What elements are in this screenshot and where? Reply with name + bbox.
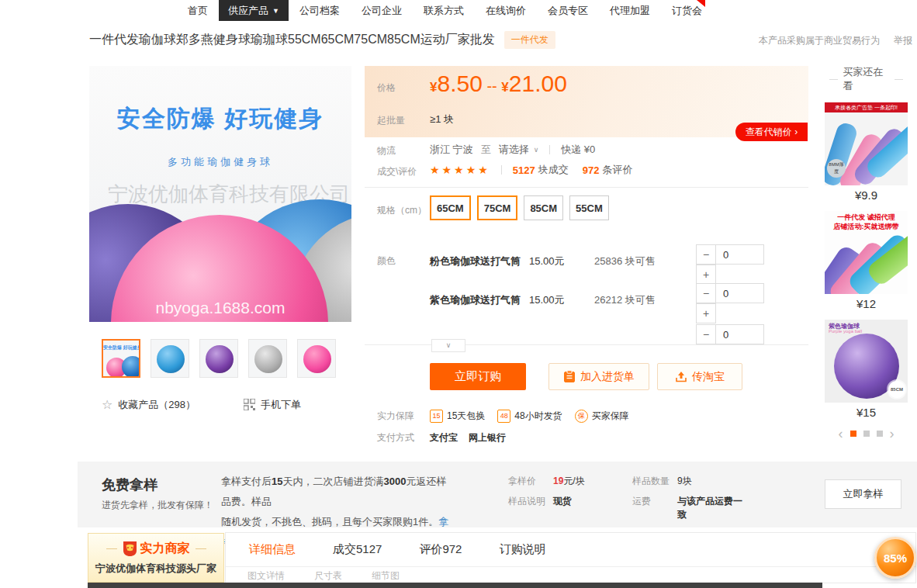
sidebar-item-ball[interactable]: 紫色瑜伽球 Purple yoga ball 85CM ¥15 — [825, 320, 908, 419]
action-buttons: 立即订购 加入进货单 传淘宝 — [430, 363, 742, 390]
mat2-promo-line2: 店铺活动:买就送绑带 — [825, 222, 908, 231]
nav-item-inquiry[interactable]: 在线询价 — [475, 0, 537, 21]
sku-row-pink: 粉色瑜伽球送打气筒 15.00元 25836 块可售 − + — [430, 239, 808, 281]
sample-price-unit: 元/块 — [563, 476, 584, 486]
destination-select[interactable]: 请选择 — [499, 143, 529, 157]
tab-order-notes[interactable]: 订购说明 — [499, 542, 545, 557]
repeat-rate-badge[interactable]: 85% — [874, 537, 916, 579]
order-now-button[interactable]: 立即订购 — [430, 363, 526, 390]
nav-item-products-label: 供应产品 — [228, 4, 268, 18]
chevron-down-icon[interactable]: ∨ — [534, 146, 539, 154]
tab-deals[interactable]: 成交5127 — [333, 542, 382, 557]
payment-bank: 网上银行 — [469, 431, 506, 444]
send-to-taobao-button[interactable]: 传淘宝 — [657, 363, 742, 390]
top-nav: 首页 供应产品 ▼ 公司档案 公司企业 联系方式 在线询价 会员专区 代理加盟 … — [177, 0, 713, 21]
page-dot-1[interactable] — [850, 431, 856, 437]
get-sample-button[interactable]: 立即拿样 — [825, 479, 901, 509]
quantity-input[interactable] — [716, 244, 764, 265]
nav-item-company-enterprise[interactable]: 公司企业 — [351, 0, 413, 21]
subtab-graphic-detail[interactable]: 图文详情 — [247, 569, 285, 583]
favorite-label: 收藏产品（298） — [118, 398, 196, 412]
desc-days: 15 — [272, 476, 282, 487]
blue-ball-thumb — [157, 345, 185, 373]
sample-qty-label: 样品数量 — [632, 475, 677, 488]
spec-label: 规格（cm） — [377, 204, 427, 217]
nav-item-products[interactable]: 供应产品 ▼ — [219, 0, 289, 21]
tab-reviews[interactable]: 评价972 — [419, 542, 462, 557]
detail-image-edge — [88, 583, 822, 588]
minus-button[interactable]: − — [696, 324, 716, 344]
assurance-label: 实力保障 — [377, 410, 430, 423]
payment-row: 支付方式 支付宝 网上银行 — [365, 431, 517, 444]
spec-option-65cm[interactable]: 65CM — [430, 195, 471, 220]
nav-item-member-zone[interactable]: 会员专区 — [537, 0, 599, 21]
price-high: 21.00 — [509, 71, 567, 96]
ball-image: 紫色瑜伽球 Purple yoga ball 85CM — [825, 320, 908, 403]
upload-icon — [675, 371, 687, 383]
thumbnail-pink[interactable] — [297, 339, 336, 378]
image-headline: 安全防爆 好玩健身 — [89, 103, 351, 135]
thumb-blue-ball — [122, 356, 140, 378]
thumbnail-main[interactable]: 安全防爆 好玩健身 — [102, 339, 140, 378]
desc-text: 天内，二次店铺进货满 — [282, 476, 383, 487]
sample-ship-label: 运费 — [632, 495, 677, 521]
minus-button[interactable]: − — [696, 283, 716, 303]
reviews-count[interactable]: 972 — [583, 164, 600, 176]
favorite-button[interactable]: ☆ 收藏产品（298） — [102, 397, 196, 412]
seller-name: 宁波优伽体育科技源头厂家 — [88, 562, 223, 576]
nav-item-contact[interactable]: 联系方式 — [413, 0, 475, 21]
sidebar-item-mat1[interactable]: 承接各类广告垫 一条起印! 8MM厚度 ¥9.9 — [825, 102, 908, 202]
assurance-15d[interactable]: 15 15天包换 — [430, 410, 485, 423]
thumbnail-headline: 安全防爆 好玩健身 — [103, 344, 139, 351]
desc-text: 随机发货，不挑色、挑码，且每个买家限购1件。 — [221, 516, 438, 527]
assurance-48h[interactable]: 48 48小时发货 — [497, 410, 562, 423]
thumbnail-silver[interactable] — [248, 339, 287, 378]
mat1-banner: 承接各类广告垫 一条起印! — [825, 102, 908, 112]
mobile-order-button[interactable]: 手机下单 — [244, 398, 301, 412]
assurance-buyer-label: 买家保障 — [592, 410, 629, 423]
quantity-input[interactable] — [716, 324, 764, 344]
sidebar-item-mat2[interactable]: 一件代发 诚招代理 店铺活动:买就送绑带 ¥12 — [825, 211, 908, 310]
consign-price-button[interactable]: 查看代销价 › — [735, 123, 808, 141]
tab-detail-info[interactable]: 详细信息 — [249, 542, 296, 557]
deals-count[interactable]: 5127 — [513, 164, 535, 176]
thumbnail-blue[interactable] — [151, 339, 189, 378]
moq-label: 起批量 — [377, 114, 405, 127]
subtab-size-chart[interactable]: 尺寸表 — [314, 569, 342, 583]
mobile-order-label: 手机下单 — [261, 398, 301, 412]
page-dot-3[interactable] — [877, 431, 883, 437]
subtab-detail-photos[interactable]: 细节图 — [372, 569, 400, 583]
seller-card[interactable]: 实力商家 宁波优伽体育科技源头厂家 — [88, 533, 224, 583]
ball-size-badge: 85CM — [888, 381, 905, 398]
main-product-image[interactable]: 安全防爆 好玩健身 多功能瑜伽健身球 宁波优伽体育科技有限公司 nbyoga.1… — [89, 66, 351, 322]
mat1-price: ¥9.9 — [825, 189, 908, 202]
nav-item-agent-join[interactable]: 代理加盟 — [599, 0, 661, 21]
ball-caption-en: Purple yoga ball — [829, 329, 862, 334]
free-sample-section: 免费拿样 进货先拿样，批发有保障！ 拿样支付后15天内，二次店铺进货满3000元… — [78, 462, 917, 527]
rating-stars[interactable]: ★★★★★ — [430, 164, 490, 176]
quantity-input[interactable] — [716, 283, 764, 303]
mat2-promo-text: 一件代发 诚招代理 店铺活动:买就送绑带 — [825, 213, 908, 231]
report-link[interactable]: 举报 — [894, 34, 912, 47]
prev-arrow-icon[interactable]: ‹ — [839, 430, 843, 438]
moq-value: ≥1 块 — [430, 112, 454, 126]
minus-button[interactable]: − — [696, 244, 716, 265]
sample-info-col2: 样品数量 9块 运费 与该产品运费一致 — [632, 475, 749, 528]
spec-option-85cm[interactable]: 85CM — [524, 195, 563, 220]
subtabs-bar: 图文详情 尺寸表 细节图 — [226, 567, 915, 584]
next-arrow-icon[interactable]: › — [890, 430, 895, 438]
expand-sku-button[interactable]: ∨ — [431, 339, 465, 352]
nav-item-home[interactable]: 首页 — [177, 0, 219, 21]
assurance-buyer[interactable]: 保 买家保障 — [575, 410, 629, 423]
sku-name: 紫色瑜伽球送打气筒 — [430, 293, 521, 307]
sidebar-title: 买家还在看 — [825, 65, 908, 93]
spec-option-75cm[interactable]: 75CM — [477, 195, 518, 220]
page-dot-2[interactable] — [863, 431, 870, 437]
logistics-label: 物流 — [377, 144, 396, 157]
thumbnail-purple[interactable] — [199, 339, 238, 378]
spec-option-55cm[interactable]: 55CM — [569, 195, 609, 220]
nav-item-company-archive[interactable]: 公司档案 — [289, 0, 351, 21]
price-low: 8.50 — [437, 71, 482, 96]
add-to-purchase-list-button[interactable]: 加入进货单 — [548, 363, 649, 390]
sample-price-num: 19 — [553, 476, 563, 486]
